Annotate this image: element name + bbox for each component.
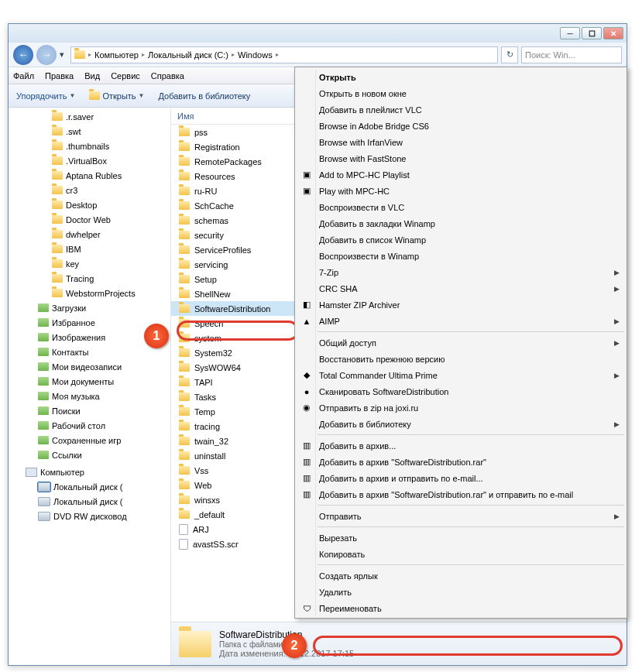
sidebar-item[interactable]: Мои документы <box>9 374 170 389</box>
breadcrumb-computer[interactable]: Компьютер <box>94 50 139 60</box>
ctx-winamp_add[interactable]: Добавить в список Winamp <box>296 231 626 248</box>
submenu-arrow-icon: ▶ <box>614 285 620 293</box>
ctx-vlc_playlist[interactable]: Добавить в плейлист VLC <box>296 101 626 118</box>
submenu-arrow-icon: ▶ <box>614 317 620 325</box>
sidebar-item[interactable]: .VirtualBox <box>9 153 170 168</box>
sidebar-item[interactable]: cr3 <box>9 183 170 197</box>
ctx-sendto[interactable]: Отправить▶ <box>296 508 626 524</box>
sidebar-item[interactable]: Desktop <box>9 197 170 212</box>
search-placeholder: Поиск: Win... <box>525 50 575 60</box>
ctx-mpc_add[interactable]: ▣Add to MPC-HC Playlist <box>296 166 626 183</box>
library-icon <box>38 451 49 459</box>
ctx-irfan[interactable]: Browse with IrfanView <box>296 134 626 150</box>
minimize-button[interactable]: ─ <box>560 27 580 39</box>
maximize-button[interactable]: ☐ <box>582 27 602 39</box>
winrar-icon: ▥ <box>300 472 313 485</box>
ctx-copy[interactable]: Копировать <box>296 546 626 562</box>
history-dropdown[interactable]: ▾ <box>60 50 67 60</box>
ctx-addlib[interactable]: Добавить в библиотеку▶ <box>296 416 626 432</box>
close-button[interactable]: ✕ <box>603 27 623 39</box>
folder-icon <box>179 510 190 519</box>
sidebar-item[interactable]: Контакты <box>9 345 170 359</box>
menu-service[interactable]: Сервис <box>111 71 140 81</box>
sidebar-item[interactable]: .thumbnails <box>9 139 170 153</box>
sidebar-item[interactable]: Ссылки <box>9 447 170 462</box>
sidebar-item[interactable]: Загрузки <box>9 300 170 315</box>
ctx-bridge[interactable]: Browse in Adobe Bridge CS6 <box>296 118 626 134</box>
add-library-button[interactable]: Добавить в библиотеку <box>156 90 254 102</box>
separator-icon: ▸ <box>232 51 235 58</box>
folder-icon <box>179 481 190 489</box>
folder-icon <box>179 201 190 210</box>
sidebar-item[interactable]: Aptana Rubles <box>9 168 170 183</box>
ctx-vlc_play[interactable]: Воспроизвести в VLC <box>296 199 626 215</box>
tc-icon: ◆ <box>300 369 313 382</box>
menu-file[interactable]: Файл <box>13 71 34 81</box>
folder-icon <box>179 495 190 504</box>
annotation-callout-1: 1 <box>144 324 169 348</box>
ctx-delete[interactable]: Удалить <box>296 584 626 600</box>
sidebar-drive[interactable]: DVD RW дисковод <box>9 509 170 523</box>
sidebar-item[interactable]: Моя музыка <box>9 389 170 403</box>
folder-icon <box>52 259 63 268</box>
ctx-crc[interactable]: CRC SHA▶ <box>296 280 626 297</box>
menu-view[interactable]: Вид <box>84 71 100 81</box>
ctx-open[interactable]: Открыть <box>296 69 626 85</box>
sidebar-item[interactable]: Поиски <box>9 403 170 418</box>
menu-help[interactable]: Справка <box>151 71 184 81</box>
ctx-open_new[interactable]: Открыть в новом окне <box>296 85 626 101</box>
menu-edit[interactable]: Правка <box>45 71 74 81</box>
sidebar-item[interactable]: Рабочий стол <box>9 418 170 433</box>
search-input[interactable]: Поиск: Win... <box>521 46 622 63</box>
organize-button[interactable]: Упорядочить▼ <box>13 90 78 102</box>
ctx-restore[interactable]: Восстановить прежнюю версию <box>296 351 626 367</box>
sidebar[interactable]: .r.saver.swt.thumbnails.VirtualBoxAptana… <box>9 108 171 665</box>
separator-icon: ▸ <box>276 51 279 58</box>
ctx-cut[interactable]: Вырезать <box>296 530 626 546</box>
folder-icon <box>179 363 190 372</box>
ctx-faststone[interactable]: Browse with FastStone <box>296 150 626 166</box>
sidebar-item[interactable]: Сохраненные игр <box>9 433 170 447</box>
folder-icon <box>179 172 190 180</box>
sidebar-item[interactable]: WebstormProjects <box>9 286 170 300</box>
ctx-arch2[interactable]: ▥Добавить в архив "SoftwareDistribution.… <box>296 454 626 470</box>
ctx-share[interactable]: Общий доступ▶ <box>296 334 626 351</box>
open-button[interactable]: Открыть▼ <box>86 90 147 102</box>
ctx-arch3[interactable]: ▥Добавить в архив и отправить по e-mail.… <box>296 470 626 486</box>
ctx-winamp_play[interactable]: Воспроизвести в Winamp <box>296 248 626 264</box>
breadcrumb-folder[interactable]: Windows <box>238 50 273 60</box>
forward-button[interactable]: → <box>36 45 57 65</box>
ctx-rename[interactable]: 🛡Переименовать <box>296 600 626 616</box>
sidebar-item[interactable]: .r.saver <box>9 109 170 124</box>
sidebar-item[interactable]: Doctor Web <box>9 212 170 227</box>
back-button[interactable]: ← <box>13 45 33 65</box>
sidebar-item[interactable]: .swt <box>9 124 170 139</box>
breadcrumb-drive[interactable]: Локальный диск (C:) <box>148 50 228 60</box>
sidebar-item[interactable]: key <box>9 256 170 271</box>
ctx-7zip[interactable]: 7-Zip▶ <box>296 264 626 280</box>
ctx-shortcut[interactable]: Создать ярлык <box>296 567 626 584</box>
ctx-mpc_play[interactable]: ▣Play with MPC-HC <box>296 183 626 199</box>
library-icon <box>38 362 49 371</box>
sidebar-item[interactable]: dwhelper <box>9 227 170 242</box>
address-bar[interactable]: ▸ Компьютер ▸ Локальный диск (C:) ▸ Wind… <box>70 46 498 63</box>
sidebar-item[interactable]: Tracing <box>9 271 170 286</box>
sidebar-computer[interactable]: Компьютер <box>9 465 170 479</box>
ctx-arch4[interactable]: ▥Добавить в архив "SoftwareDistribution.… <box>296 486 626 502</box>
sidebar-drive[interactable]: Локальный диск ( <box>9 479 170 494</box>
sidebar-item[interactable]: IBM <box>9 242 170 256</box>
folder-icon <box>89 91 100 100</box>
sidebar-item[interactable]: Мои видеозаписи <box>9 359 170 374</box>
ctx-tcup[interactable]: ◆Total Commander Ultima Prime▶ <box>296 367 626 383</box>
sidebar-drive[interactable]: Локальный диск ( <box>9 494 170 509</box>
ctx-winamp_book[interactable]: Добавить в закладки Winamp <box>296 215 626 231</box>
ctx-hamster[interactable]: ◧Hamster ZIP Archiver <box>296 297 626 313</box>
refresh-button[interactable]: ↻ <box>501 46 518 63</box>
folder-icon <box>52 245 63 253</box>
folder-icon <box>179 231 190 239</box>
ctx-arch1[interactable]: ▥Добавить в архив... <box>296 437 626 454</box>
ctx-scan[interactable]: ●Сканировать SoftwareDistribution <box>296 383 626 399</box>
ctx-aimp[interactable]: ▲AIMP▶ <box>296 313 626 329</box>
ctx-joxi[interactable]: ◉Отправить в zip на joxi.ru <box>296 399 626 416</box>
submenu-arrow-icon: ▶ <box>614 372 620 379</box>
